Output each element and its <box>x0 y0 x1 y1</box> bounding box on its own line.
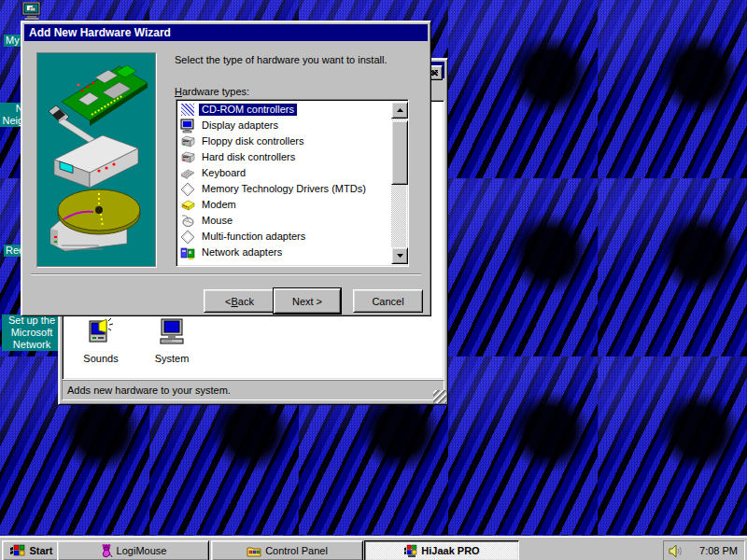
modem-icon <box>180 198 195 213</box>
diamond-icon <box>180 230 195 245</box>
sounds-icon <box>86 317 116 347</box>
cdrom-icon <box>180 103 195 118</box>
list-item-modem[interactable]: Modem <box>178 197 391 213</box>
dialog-separator <box>31 273 421 275</box>
taskbar: Start LogiMouse Control Panel <box>0 537 747 560</box>
list-item-multifunction-adapters[interactable]: Multi-function adapters <box>178 229 391 245</box>
list-item-floppy-controllers[interactable]: Floppy disk controllers <box>178 133 391 149</box>
control-panel-item-system[interactable]: System <box>143 317 201 364</box>
list-item-mouse[interactable]: Mouse <box>178 213 391 229</box>
taskbar-button-control-panel[interactable]: Control Panel <box>211 540 363 560</box>
hijaak-pro-icon <box>403 544 417 558</box>
desktop-label-msn-setup[interactable]: Set up the Microsoft Network <box>2 315 62 351</box>
hardware-list-rows: CD-ROM controllers Display adapters Flop… <box>178 102 391 264</box>
list-item-memory-technology-drivers[interactable]: Memory Technology Drivers (MTDs) <box>178 181 391 197</box>
list-item-keyboard[interactable]: Keyboard <box>178 165 391 181</box>
disc-drive-graphic <box>50 189 140 251</box>
hardware-artwork-graphic <box>37 53 153 264</box>
taskbar-button-hijaak-pro[interactable]: HiJaak PRO <box>364 540 519 560</box>
scroll-down-icon[interactable] <box>391 247 408 264</box>
taskbar-button-logimouse[interactable]: LogiMouse <box>57 540 209 560</box>
listbox-scrollbar[interactable] <box>391 102 406 264</box>
clock[interactable]: 7:08 PM <box>699 545 738 556</box>
keyboard-icon <box>180 166 195 181</box>
list-item-display-adapters[interactable]: Display adapters <box>178 118 391 133</box>
back-button[interactable]: < Back <box>204 289 275 313</box>
next-button-default-ring: Next > <box>273 287 342 315</box>
mouse-icon <box>180 214 195 229</box>
wizard-titlebar[interactable]: Add New Hardware Wizard <box>24 24 428 41</box>
add-new-hardware-wizard-dialog: Add New Hardware Wizard <box>21 21 431 316</box>
network-card-icon <box>180 245 195 260</box>
scroll-up-icon[interactable] <box>391 102 408 119</box>
floppy-drive-icon <box>180 134 195 149</box>
screen: My Computer Network Neighborhood Recycle… <box>0 0 747 560</box>
wizard-title: Add New Hardware Wizard <box>29 26 171 39</box>
hardware-types-listbox: CD-ROM controllers Display adapters Flop… <box>176 99 409 267</box>
list-item-harddisk-controllers[interactable]: Hard disk controllers <box>178 149 391 165</box>
status-bar: Adds new hardware to your system. <box>62 380 444 400</box>
list-item-network-adapters[interactable]: Network adapters <box>178 245 391 260</box>
scrollbar-thumb[interactable] <box>391 120 408 185</box>
hard-disk-icon <box>180 150 195 165</box>
control-panel-folder-icon <box>247 545 261 557</box>
next-button[interactable]: Next > <box>274 288 341 314</box>
modem-graphic <box>54 135 138 188</box>
display-icon <box>180 119 195 133</box>
expansion-card-graphic <box>49 65 148 143</box>
windows-logo-icon <box>10 544 25 557</box>
control-panel-item-sounds[interactable]: Sounds <box>72 317 130 364</box>
system-tray: 7:08 PM <box>663 540 745 560</box>
cancel-button[interactable]: Cancel <box>353 289 423 313</box>
diamond-icon <box>180 182 195 197</box>
system-icon <box>157 317 187 347</box>
speaker-icon[interactable] <box>669 544 684 558</box>
logimouse-icon <box>100 543 113 558</box>
wizard-artwork-panel <box>36 52 156 267</box>
list-item-cdrom-controllers[interactable]: CD-ROM controllers <box>178 102 391 118</box>
start-button[interactable]: Start <box>2 540 62 560</box>
resize-grip[interactable] <box>433 390 446 403</box>
wizard-instruction: Select the type of hardware you want to … <box>175 54 419 65</box>
hardware-types-label: Hardware types: <box>175 86 249 97</box>
